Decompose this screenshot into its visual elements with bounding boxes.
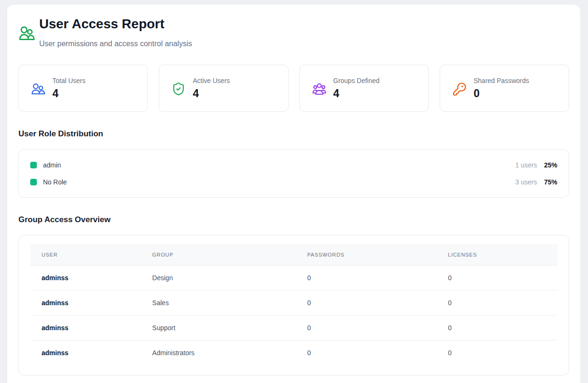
- key-icon: [452, 82, 467, 96]
- section-heading-group-access: Group Access Overview: [18, 214, 569, 225]
- cell-group: Support: [141, 316, 296, 341]
- cell-licenses: 0: [436, 266, 557, 291]
- stat-label: Total Users: [52, 76, 85, 85]
- page-title: User Access Report: [39, 16, 192, 32]
- cell-passwords: 0: [296, 266, 436, 291]
- group-access-panel: USER GROUP PASSWORDS LICENSES adminss De…: [18, 235, 569, 375]
- column-header-passwords: PASSWORDS: [296, 244, 436, 266]
- cell-licenses: 0: [436, 291, 557, 316]
- stat-value: 4: [52, 87, 85, 100]
- cell-group: Design: [141, 266, 296, 291]
- cell-licenses: 0: [436, 341, 557, 366]
- stat-card-shared-passwords: Shared Passwords 0: [440, 65, 569, 112]
- stat-label: Groups Defined: [333, 76, 380, 85]
- users-group-icon: [312, 82, 326, 96]
- role-percent: 75%: [544, 178, 557, 186]
- role-name: No Role: [43, 178, 67, 186]
- stat-text: Shared Passwords 0: [474, 76, 529, 100]
- stats-row: Total Users 4 Active Users 4: [18, 65, 569, 112]
- role-name: admin: [43, 161, 61, 169]
- stat-card-active-users: Active Users 4: [159, 65, 288, 112]
- cell-group: Sales: [141, 291, 296, 316]
- role-swatch: [30, 162, 37, 168]
- page-subtitle: User permissions and access control anal…: [39, 39, 192, 49]
- header-text: User Access Report User permissions and …: [39, 16, 192, 49]
- stat-text: Active Users 4: [193, 76, 230, 100]
- role-swatch: [30, 179, 37, 185]
- cell-passwords: 0: [296, 291, 436, 316]
- cell-user: adminss: [30, 291, 141, 316]
- cell-passwords: 0: [296, 316, 436, 341]
- table-header-row: USER GROUP PASSWORDS LICENSES: [30, 244, 557, 266]
- stat-label: Shared Passwords: [474, 76, 529, 85]
- cell-user: adminss: [30, 341, 141, 366]
- cell-user: adminss: [30, 316, 141, 341]
- section-heading-role-distribution: User Role Distribution: [18, 128, 569, 139]
- role-row: admin 1 users 25%: [30, 157, 557, 174]
- group-access-table: USER GROUP PASSWORDS LICENSES adminss De…: [30, 244, 557, 366]
- stat-card-total-users: Total Users 4: [18, 65, 148, 112]
- table-row: adminss Design 0 0: [30, 266, 557, 291]
- stat-label: Active Users: [193, 76, 230, 85]
- table-row: adminss Support 0 0: [30, 316, 557, 341]
- report-card: User Access Report User permissions and …: [7, 5, 580, 383]
- shield-check-icon: [171, 82, 186, 96]
- table-row: adminss Administrators 0 0: [30, 341, 557, 366]
- table-row: adminss Sales 0 0: [30, 291, 557, 316]
- stat-text: Total Users 4: [52, 76, 85, 100]
- column-header-user: USER: [30, 244, 141, 266]
- column-header-group: GROUP: [141, 244, 296, 266]
- cell-group: Administrators: [141, 341, 296, 366]
- cell-licenses: 0: [436, 316, 557, 341]
- stat-value: 4: [193, 87, 230, 100]
- stat-value: 0: [474, 87, 529, 100]
- role-percent: 25%: [544, 161, 557, 169]
- users-icon: [18, 25, 36, 42]
- cell-user: adminss: [30, 266, 141, 291]
- role-users-count: 3 users: [515, 178, 537, 186]
- cell-passwords: 0: [296, 341, 436, 366]
- users-icon: [31, 82, 45, 96]
- column-header-licenses: LICENSES: [436, 244, 557, 266]
- report-header: User Access Report User permissions and …: [18, 16, 569, 49]
- stat-card-groups-defined: Groups Defined 4: [299, 65, 429, 112]
- stat-text: Groups Defined 4: [333, 76, 380, 100]
- stat-value: 4: [333, 87, 380, 100]
- role-users-count: 1 users: [515, 161, 537, 169]
- role-row: No Role 3 users 75%: [30, 174, 557, 191]
- role-distribution-panel: admin 1 users 25% No Role 3 users 75%: [18, 149, 569, 198]
